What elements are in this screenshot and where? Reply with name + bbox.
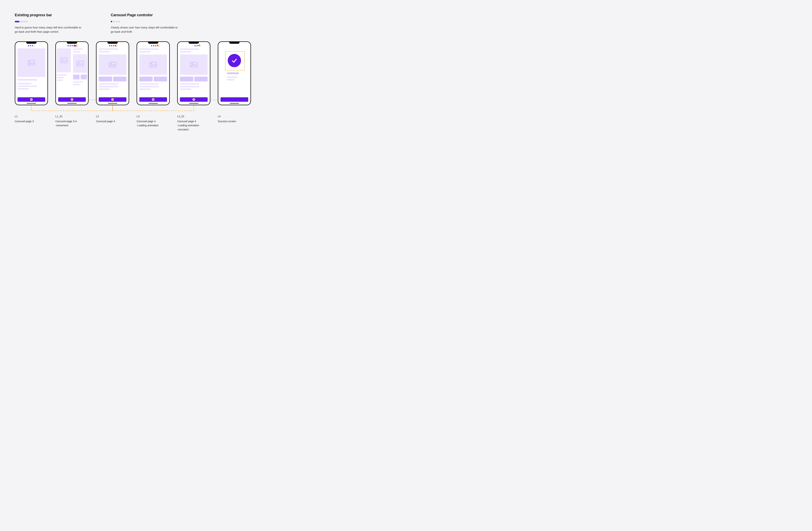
phone-col-l3-01: L3_01 Carousel page 4 -Loading animation…	[177, 41, 211, 132]
phone-mock-l1	[15, 41, 48, 105]
image-placeholder-icon	[73, 54, 87, 73]
headers-row: Existing progress bar Hard to guess how …	[15, 13, 256, 34]
page-dots	[15, 45, 47, 46]
page-dots-icon	[111, 21, 181, 22]
phone-body	[17, 48, 45, 97]
svg-point-11	[192, 63, 193, 64]
svg-point-1	[29, 61, 30, 62]
phone-mock-l3	[136, 41, 170, 105]
phone-body	[139, 48, 167, 97]
phone-caption-id: L4	[218, 114, 251, 118]
phone-caption-id: L1_01	[55, 114, 89, 118]
cta-button[interactable]	[139, 97, 167, 102]
phone-caption: L2 Carousel page 4	[96, 114, 129, 124]
phone-caption: L1_01 Carousel page 3-4 -movement	[55, 114, 89, 128]
hotspot-icon	[192, 98, 195, 101]
phone-mock-l3-01	[177, 41, 211, 105]
image-placeholder-icon	[180, 55, 208, 75]
phone-caption-id: L3	[136, 114, 170, 118]
phone-col-l1-01: L1_01 Carousel page 3-4 -movement	[55, 41, 89, 128]
progress-bar-icon	[15, 21, 28, 22]
phone-caption: L4 Success screen	[218, 114, 251, 124]
phone-body	[220, 48, 248, 97]
success-check-icon	[228, 54, 241, 67]
phone-body-split	[56, 48, 88, 97]
phone-caption-id: L3_01	[177, 114, 211, 118]
page-dots-shifted	[139, 45, 170, 46]
hotspot-icon	[30, 98, 33, 101]
header-desc: Hard to guess how many steps left less c…	[15, 25, 85, 34]
header-block-progress-bar: Existing progress bar Hard to guess how …	[15, 13, 85, 34]
phone-mock-l1-01	[55, 41, 89, 105]
phone-caption: L1 Carousel page 3	[15, 114, 48, 124]
image-placeholder-icon	[139, 55, 167, 75]
cta-button[interactable]	[220, 97, 248, 102]
image-placeholder-icon	[57, 48, 71, 72]
cta-button[interactable]	[180, 97, 208, 102]
phone-caption: L3_01 Carousel page 4 -Loading animation…	[177, 114, 211, 132]
cta-button[interactable]	[17, 97, 45, 102]
phone-body	[99, 48, 127, 97]
phone-caption-title: Success screen	[218, 120, 236, 123]
cta-button[interactable]	[58, 97, 86, 102]
cta-button[interactable]	[99, 97, 127, 102]
svg-point-7	[111, 63, 112, 64]
phone-mock-l4	[218, 41, 251, 105]
phone-caption-title: Carousel page 4 -Loading animation -succ…	[177, 120, 199, 131]
phone-caption-title: Carousel page 4	[96, 120, 115, 123]
phones-row: L1 Carousel page 3	[15, 41, 256, 132]
svg-point-5	[78, 62, 79, 63]
header-block-page-control: Carousel Page controlor Clearly shows us…	[111, 13, 181, 34]
diagram-canvas: Existing progress bar Hard to guess how …	[0, 0, 271, 177]
page-dots-shifted	[180, 45, 211, 46]
header-title: Existing progress bar	[15, 13, 85, 17]
phone-mock-l2	[96, 41, 129, 105]
phone-caption-id: L2	[96, 114, 129, 118]
phone-body	[180, 48, 208, 97]
phone-caption-title: Carousel page 4 -Loading animation	[136, 120, 159, 127]
phone-col-l1: L1 Carousel page 3	[15, 41, 48, 124]
hotspot-icon	[71, 98, 73, 101]
hotspot-icon	[111, 98, 114, 101]
hotspot-icon	[152, 98, 155, 101]
phone-caption-id: L1	[15, 114, 48, 118]
phone-caption-title: Carousel page 3-4 -movement	[55, 120, 76, 127]
phone-caption: L3 Carousel page 4 -Loading animation	[136, 114, 170, 128]
image-placeholder-icon	[99, 55, 127, 75]
header-title: Carousel Page controlor	[111, 13, 181, 17]
svg-point-3	[62, 59, 63, 60]
phone-col-l3: L3 Carousel page 4 -Loading animation	[136, 41, 170, 128]
phone-caption-title: Carousel page 3	[15, 120, 34, 123]
image-placeholder-icon	[17, 48, 45, 77]
page-dots	[97, 45, 129, 46]
svg-point-9	[151, 63, 152, 64]
header-desc: Clearly shows user how many steps left c…	[111, 25, 181, 34]
phone-col-l4: L4 Success screen	[218, 41, 251, 124]
page-dots	[56, 45, 88, 46]
phone-col-l2: L2 Carousel page 4	[96, 41, 129, 124]
